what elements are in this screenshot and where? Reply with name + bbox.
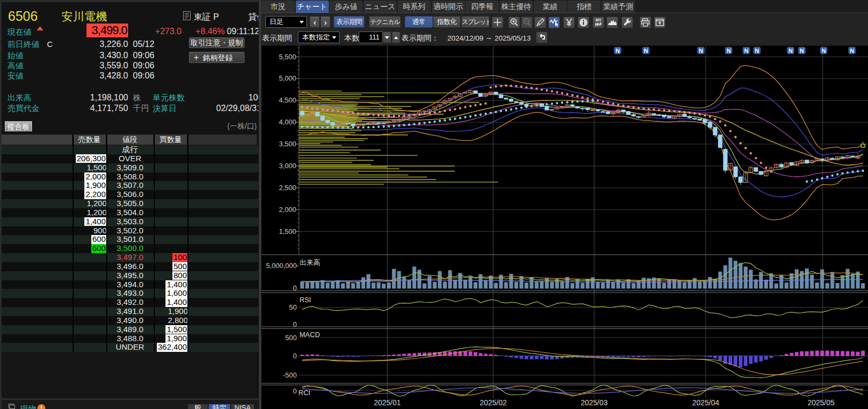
svg-text:0: 0: [293, 320, 297, 328]
svg-text:2025/05: 2025/05: [808, 398, 835, 407]
svg-text:2,500: 2,500: [279, 184, 296, 192]
svg-text:-500: -500: [283, 371, 297, 379]
svg-text:1,500: 1,500: [279, 227, 296, 235]
svg-text:N: N: [744, 48, 748, 54]
svg-text:MACD: MACD: [299, 331, 320, 339]
svg-text:N: N: [616, 48, 620, 54]
svg-text:4,500: 4,500: [279, 96, 296, 104]
svg-text:2025/04: 2025/04: [692, 398, 720, 407]
svg-text:N: N: [755, 48, 759, 54]
svg-text:2,000: 2,000: [279, 206, 296, 214]
svg-text:N: N: [644, 48, 648, 54]
svg-text:5,500: 5,500: [279, 53, 296, 61]
svg-text:3,500: 3,500: [279, 140, 296, 148]
svg-text:N: N: [727, 48, 731, 54]
svg-text:50: 50: [289, 303, 297, 311]
svg-text:5,000,000: 5,000,000: [266, 262, 297, 270]
svg-text:MY: MY: [595, 18, 601, 22]
svg-text:N: N: [850, 48, 854, 54]
svg-text:4,000: 4,000: [279, 118, 296, 126]
svg-text:N: N: [822, 48, 826, 54]
svg-text:0: 0: [293, 284, 297, 292]
svg-text:2025/03: 2025/03: [581, 398, 608, 407]
svg-text:0: 0: [293, 387, 297, 395]
svg-text:2025/01: 2025/01: [374, 398, 401, 407]
svg-text:5,000: 5,000: [279, 74, 296, 82]
svg-text:N: N: [699, 48, 703, 54]
svg-text:2025/02: 2025/02: [480, 398, 507, 407]
svg-text:0: 0: [293, 352, 297, 360]
svg-text:RSI: RSI: [299, 296, 311, 304]
svg-text:3,000: 3,000: [279, 162, 296, 170]
svg-text:N: N: [800, 48, 804, 54]
svg-text:出来高: 出来高: [299, 258, 320, 266]
svg-text:500: 500: [285, 334, 297, 342]
svg-text:RCI: RCI: [298, 389, 310, 397]
svg-text:N: N: [788, 48, 793, 54]
